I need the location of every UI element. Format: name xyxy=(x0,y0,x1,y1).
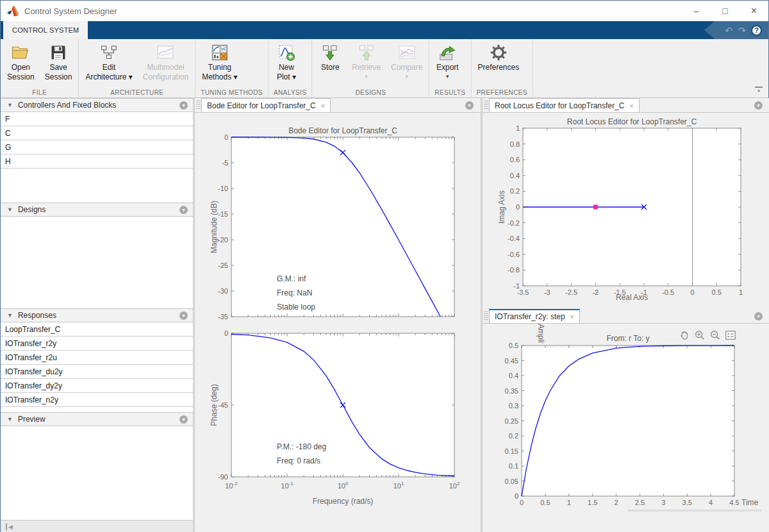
svg-text:Stable loop: Stable loop xyxy=(277,303,315,312)
svg-text:Freq: 0 rad/s: Freq: 0 rad/s xyxy=(277,456,320,465)
tab-step-response[interactable]: IOTransfer_r2y: step × xyxy=(489,309,580,323)
step-figure: From: r To: y00.050.10.150.20.250.30.350… xyxy=(483,324,769,532)
collapse-icon[interactable]: ▼ xyxy=(7,206,13,213)
svg-text:-25: -25 xyxy=(218,262,228,269)
window-title: Control System Designer xyxy=(24,6,117,16)
section-header-responses[interactable]: ▼Responses▼ xyxy=(1,308,193,322)
legend-icon[interactable] xyxy=(725,329,736,341)
tab-close-icon[interactable]: × xyxy=(321,102,325,110)
tab-root-locus[interactable]: Root Locus Editor for LoopTransfer_C × xyxy=(489,98,640,112)
store-button[interactable]: Store xyxy=(313,40,347,87)
list-item-H[interactable]: H xyxy=(1,154,193,169)
edit-architecture-button[interactable]: EditArchitecture ▾ xyxy=(80,40,137,87)
svg-text:3: 3 xyxy=(661,499,665,506)
section-title: Designs xyxy=(18,205,179,214)
bode-plot[interactable]: Bode Editor for LoopTransfer_C0-5-10-15-… xyxy=(195,113,481,532)
tab-close-icon[interactable]: × xyxy=(629,102,633,110)
tab-bode-editor[interactable]: Bode Editor for LoopTransfer_C × xyxy=(201,98,331,112)
title-bar: Control System Designer – □ × xyxy=(1,1,768,21)
svg-text:Imag Axis: Imag Axis xyxy=(497,190,506,224)
section-header-preview[interactable]: ▼Preview▼ xyxy=(1,412,193,426)
section-empty-area xyxy=(1,426,193,519)
svg-text:101: 101 xyxy=(393,481,404,490)
svg-text:1: 1 xyxy=(567,499,571,506)
section-header-controllers[interactable]: ▼Controllers And Fixed Blocks▼ xyxy=(1,98,193,112)
svg-text:1: 1 xyxy=(739,288,743,296)
step-plot[interactable]: From: r To: y00.050.10.150.20.250.30.350… xyxy=(483,324,769,532)
dropdown-icon: ▾ xyxy=(405,73,408,79)
list-item-LoopTransfer_C[interactable]: LoopTransfer_C xyxy=(1,322,193,337)
compare-button: Compare▾ xyxy=(386,40,427,87)
section-menu-icon[interactable]: ▼ xyxy=(179,312,188,320)
list-item-F[interactable]: F xyxy=(1,112,193,126)
tuning-icon xyxy=(211,42,229,63)
collapse-sidebar-icon[interactable]: ◀ xyxy=(8,524,13,530)
redo-icon[interactable]: ↷ xyxy=(738,26,746,35)
panel-menu-icon[interactable]: ▼ xyxy=(465,101,474,110)
new-plot-button[interactable]: NewPlot ▾ xyxy=(270,40,303,87)
list-item-C[interactable]: C xyxy=(1,126,193,140)
list-item-G[interactable]: G xyxy=(1,140,193,154)
toolbar-group-designs: StoreRetrieve▾Compare▾DESIGNS xyxy=(312,39,429,97)
retrieve-icon xyxy=(357,42,376,63)
svg-text:Frequency (rad/s): Frequency (rad/s) xyxy=(313,497,374,506)
tuning-methods-button[interactable]: TuningMethods ▾ xyxy=(197,40,242,87)
svg-text:Root Locus Editor for LoopTran: Root Locus Editor for LoopTransfer_C xyxy=(567,117,697,126)
collapse-ribbon-button[interactable]: ▴ xyxy=(754,87,763,92)
list-item-IOTransfer_r2u[interactable]: IOTransfer_r2u xyxy=(1,351,193,365)
collapse-icon[interactable]: ▼ xyxy=(7,312,13,319)
close-button[interactable]: × xyxy=(740,1,768,21)
scrollbar-hint[interactable] xyxy=(627,510,762,511)
export-button[interactable]: Export▾ xyxy=(431,40,464,87)
step-tab-bar: IOTransfer_r2y: step × ▼ xyxy=(483,309,769,324)
panel-grip[interactable] xyxy=(196,101,201,110)
svg-text:0.4: 0.4 xyxy=(510,172,520,179)
group-caption: ANALYSIS xyxy=(270,87,310,97)
section-menu-icon[interactable]: ▼ xyxy=(179,415,188,424)
list-item-IOTransfer_r2y[interactable]: IOTransfer_r2y xyxy=(1,337,193,351)
panel-menu-icon[interactable]: ▼ xyxy=(754,101,763,110)
undo-icon[interactable]: ↶ xyxy=(725,26,733,35)
zoom-out-icon[interactable] xyxy=(709,329,721,341)
root-locus-plot[interactable]: Root Locus Editor for LoopTransfer_C10.8… xyxy=(483,113,769,308)
zoom-in-icon[interactable] xyxy=(694,329,706,341)
section-empty-area xyxy=(1,217,193,308)
svg-text:-3.5: -3.5 xyxy=(517,288,529,296)
maximize-button[interactable]: □ xyxy=(711,1,740,21)
minimize-button[interactable]: – xyxy=(682,1,711,21)
preferences-icon xyxy=(490,42,508,63)
button-label: MultimodelConfiguration xyxy=(143,63,188,82)
save-session-button[interactable]: SaveSession xyxy=(40,40,78,87)
svg-text:0.5: 0.5 xyxy=(509,342,518,349)
svg-text:0.45: 0.45 xyxy=(505,357,518,365)
open-session-button[interactable]: OpenSession xyxy=(2,40,40,87)
panel-menu-icon[interactable]: ▼ xyxy=(754,312,763,320)
pan-hand-icon[interactable] xyxy=(679,329,690,341)
svg-text:Time: Time xyxy=(741,498,759,507)
svg-text:0.05: 0.05 xyxy=(505,478,518,485)
svg-text:-15: -15 xyxy=(218,210,228,218)
tab-close-icon[interactable]: × xyxy=(570,313,574,320)
svg-text:0.3: 0.3 xyxy=(509,402,518,410)
section-header-designs[interactable]: ▼Designs▼ xyxy=(1,203,193,217)
group-caption: TUNING METHODS xyxy=(197,87,267,97)
panel-grip[interactable] xyxy=(484,312,488,321)
toolbar-group-preferences: PreferencesPREFERENCES xyxy=(472,39,533,97)
panel-grip[interactable] xyxy=(484,101,488,110)
list-item-IOTransfer_n2y[interactable]: IOTransfer_n2y xyxy=(1,393,193,407)
rootlocus-figure: Root Locus Editor for LoopTransfer_C10.8… xyxy=(483,113,769,311)
collapse-icon[interactable]: ▼ xyxy=(7,416,13,422)
store-icon xyxy=(320,42,340,63)
preferences-button[interactable]: Preferences xyxy=(473,40,525,87)
collapse-icon[interactable]: ▼ xyxy=(7,102,13,108)
group-caption: ARCHITECTURE xyxy=(80,87,194,97)
tab-control-system[interactable]: CONTROL SYSTEM xyxy=(3,21,88,39)
ribbon-toolbar: OpenSessionSaveSessionFILEEditArchitectu… xyxy=(1,39,768,98)
list-item-IOTransfer_dy2y[interactable]: IOTransfer_dy2y xyxy=(1,379,193,393)
list-item-IOTransfer_du2y[interactable]: IOTransfer_du2y xyxy=(1,365,193,379)
section-menu-icon[interactable]: ▼ xyxy=(179,206,188,214)
toolbar-group-architecture: EditArchitecture ▾MultimodelConfiguratio… xyxy=(79,39,195,97)
section-menu-icon[interactable]: ▼ xyxy=(179,101,188,110)
architecture-icon xyxy=(99,42,119,63)
help-icon[interactable]: ? xyxy=(751,25,762,36)
